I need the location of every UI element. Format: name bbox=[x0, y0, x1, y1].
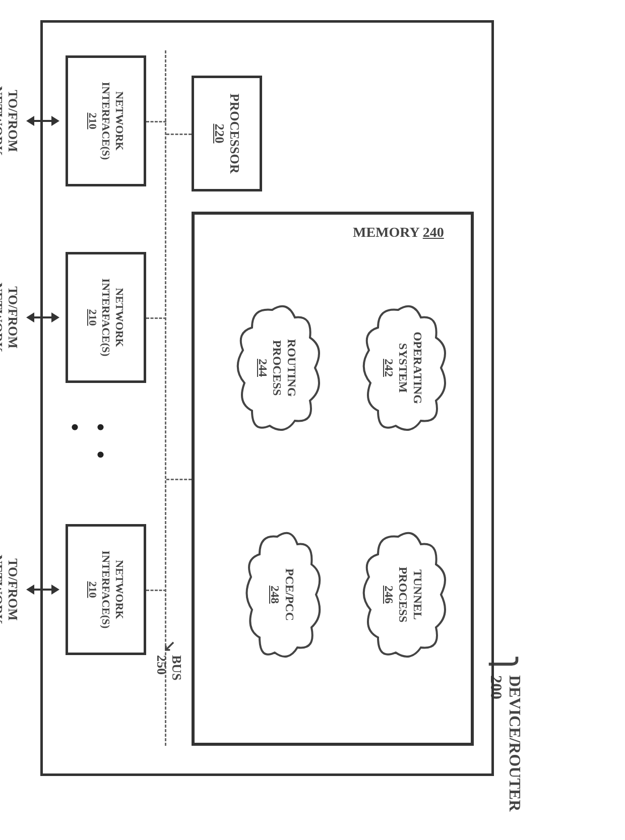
network-interface-box: NETWORK INTERFACE(S) 210 bbox=[66, 524, 146, 655]
svg-marker-4 bbox=[51, 312, 59, 322]
svg-marker-2 bbox=[26, 116, 34, 126]
tofrom-label: TO/FROM NETWORK bbox=[0, 71, 20, 171]
bus-connector bbox=[146, 590, 166, 591]
network-interface-box: NETWORK INTERFACE(S) 210 bbox=[66, 252, 146, 383]
tofrom-label: TO/FROM NETWORK bbox=[0, 267, 20, 368]
bus-connector bbox=[146, 121, 166, 122]
brace-icon: ⎫ bbox=[490, 655, 518, 673]
ellipsis-icon: • • • bbox=[62, 423, 113, 484]
processor-box: PROCESSOR 220 bbox=[192, 76, 262, 191]
memory-label: MEMORY 240 bbox=[353, 224, 444, 240]
cloud-routing-process: ROUTING PROCESS 244 bbox=[232, 302, 323, 433]
cloud-tunnel-process: TUNNEL PROCESS 246 bbox=[358, 529, 449, 660]
bus-connector bbox=[146, 317, 166, 319]
double-arrow-icon bbox=[15, 91, 60, 151]
tofrom-label: TO/FROM NETWORK bbox=[0, 539, 20, 640]
svg-marker-5 bbox=[26, 312, 34, 322]
double-arrow-icon bbox=[15, 287, 60, 348]
double-arrow-icon bbox=[15, 559, 60, 620]
svg-marker-8 bbox=[26, 585, 34, 595]
device-title-text: DEVICE/ROUTER bbox=[506, 675, 524, 811]
network-interface-box: NETWORK INTERFACE(S) 210 bbox=[66, 55, 146, 186]
pointer-icon: ↘ bbox=[161, 640, 179, 653]
svg-marker-1 bbox=[51, 116, 59, 126]
bus-connector bbox=[166, 479, 192, 480]
bus-connector bbox=[166, 134, 192, 135]
diagram-canvas: ⎫ DEVICE/ROUTER 200 MEMORY 240 OPERATING… bbox=[0, 20, 494, 484]
memory-box bbox=[192, 212, 474, 746]
cloud-operating-system: OPERATING SYSTEM 242 bbox=[358, 302, 449, 433]
bus-label: ↘ BUS 250 bbox=[154, 655, 184, 681]
cloud-pce-pcc: PCE/PCC 248 bbox=[242, 529, 323, 660]
svg-marker-7 bbox=[51, 585, 59, 595]
